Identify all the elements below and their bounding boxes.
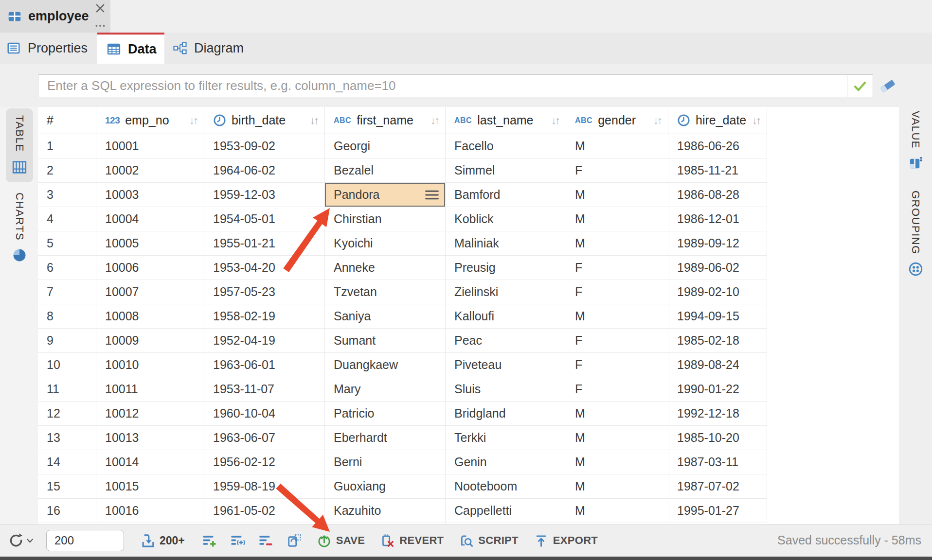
column-header-first_name[interactable]: ABCfirst_name↓↑	[325, 107, 446, 134]
row-number-cell[interactable]: 16	[38, 499, 96, 523]
row-number-cell[interactable]: 2	[38, 158, 96, 183]
table-cell-gender[interactable]: M	[566, 304, 668, 329]
sort-arrows-icon[interactable]: ↓↑	[653, 114, 661, 127]
close-icon[interactable]	[94, 2, 107, 15]
tab-data[interactable]: Data	[97, 33, 164, 64]
table-cell-hire_date[interactable]: 1985-02-18	[668, 329, 767, 353]
row-number-cell[interactable]: 9	[38, 329, 96, 353]
table-cell-gender[interactable]: F	[566, 329, 668, 353]
revert-button[interactable]: REVERT	[380, 534, 444, 548]
table-cell-birth_date[interactable]: 1953-04-20	[204, 256, 325, 280]
table-cell-emp_no[interactable]: 10010	[96, 353, 204, 377]
table-cell-birth_date[interactable]: 1961-05-02	[204, 499, 325, 523]
table-cell-last_name[interactable]: Bridgland	[446, 402, 566, 426]
column-header-rownum[interactable]: #	[38, 107, 96, 134]
row-number-cell[interactable]: 7	[38, 280, 96, 304]
tab-overflow-icon[interactable]	[94, 21, 107, 30]
row-number-cell[interactable]: 6	[38, 256, 96, 280]
table-cell-emp_no[interactable]: 10007	[96, 280, 204, 304]
rail-tab-table[interactable]: TABLE	[6, 108, 33, 182]
table-cell-hire_date[interactable]: 1992-12-18	[668, 402, 767, 426]
table-cell-last_name[interactable]: Piveteau	[446, 353, 566, 377]
table-cell-emp_no[interactable]: 10002	[96, 158, 204, 183]
table-cell-gender[interactable]: F	[566, 280, 668, 304]
row-number-cell[interactable]: 8	[38, 304, 96, 329]
rail-tab-value[interactable]: VALUE	[902, 111, 929, 170]
row-number-cell[interactable]: 4	[38, 207, 96, 231]
table-cell-birth_date[interactable]: 1960-10-04	[204, 402, 325, 426]
table-cell-last_name[interactable]: Peac	[446, 329, 566, 353]
sort-arrows-icon[interactable]: ↓↑	[189, 114, 197, 127]
table-cell-last_name[interactable]: Terkki	[446, 426, 566, 450]
duplicate-row-button[interactable]	[231, 533, 245, 548]
table-cell-first_name[interactable]: Duangkaew	[325, 353, 446, 377]
table-cell-hire_date[interactable]: 1989-02-10	[668, 280, 767, 304]
table-cell-gender[interactable]: F	[566, 353, 668, 377]
row-number-cell[interactable]: 1	[38, 134, 96, 158]
export-button[interactable]: EXPORT	[534, 534, 598, 548]
table-cell-birth_date[interactable]: 1953-09-02	[204, 134, 325, 158]
rail-tab-charts[interactable]: CHARTS	[6, 189, 33, 266]
sort-arrows-icon[interactable]: ↓↑	[752, 114, 760, 127]
row-number-cell[interactable]: 3	[38, 183, 96, 207]
save-button[interactable]: SAVE	[317, 534, 365, 548]
table-cell-gender[interactable]: M	[566, 499, 668, 523]
table-cell-hire_date[interactable]: 1995-01-27	[668, 499, 767, 523]
table-cell-last_name[interactable]: Facello	[446, 134, 566, 158]
table-cell-emp_no[interactable]: 10008	[96, 304, 204, 329]
table-cell-first_name[interactable]: Kazuhito	[325, 499, 446, 523]
row-number-cell[interactable]: 12	[38, 402, 96, 426]
table-cell-last_name[interactable]: Genin	[446, 450, 566, 474]
table-cell-hire_date[interactable]: 1986-06-26	[668, 134, 767, 158]
table-cell-birth_date[interactable]: 1955-01-21	[204, 231, 325, 256]
sort-arrows-icon[interactable]: ↓↑	[551, 114, 559, 127]
table-cell-gender[interactable]: M	[566, 231, 668, 256]
sort-arrows-icon[interactable]: ↓↑	[430, 114, 438, 127]
table-cell-emp_no[interactable]: 10012	[96, 402, 204, 426]
row-number-cell[interactable]: 11	[38, 377, 96, 402]
table-cell-birth_date[interactable]: 1956-02-12	[204, 450, 325, 474]
table-cell-gender[interactable]: M	[566, 426, 668, 450]
column-header-birth_date[interactable]: birth_date↓↑	[204, 107, 325, 134]
column-header-last_name[interactable]: ABClast_name↓↑	[446, 107, 566, 134]
table-cell-last_name[interactable]: Kalloufi	[446, 304, 566, 329]
table-cell-birth_date[interactable]: 1963-06-01	[204, 353, 325, 377]
row-number-cell[interactable]: 14	[38, 450, 96, 474]
sort-arrows-icon[interactable]: ↓↑	[310, 114, 318, 127]
table-cell-gender[interactable]: M	[566, 207, 668, 231]
fetch-next-page-button[interactable]: 200+	[141, 533, 185, 548]
table-cell-emp_no[interactable]: 10014	[96, 450, 204, 474]
table-cell-emp_no[interactable]: 10004	[96, 207, 204, 231]
table-cell-hire_date[interactable]: 1989-08-24	[668, 353, 767, 377]
table-cell-hire_date[interactable]: 1987-07-02	[668, 474, 767, 499]
table-cell-birth_date[interactable]: 1954-05-01	[204, 207, 325, 231]
table-cell-birth_date[interactable]: 1964-06-02	[204, 158, 325, 183]
table-cell-hire_date[interactable]: 1986-12-01	[668, 207, 767, 231]
table-cell-last_name[interactable]: Maliniak	[446, 231, 566, 256]
table-cell-gender[interactable]: F	[566, 158, 668, 183]
table-cell-hire_date[interactable]: 1986-08-28	[668, 183, 767, 207]
table-cell-hire_date[interactable]: 1994-09-15	[668, 304, 767, 329]
script-button[interactable]: SCRIPT	[459, 534, 518, 548]
edited-cell[interactable]: Pandora	[325, 183, 446, 207]
table-cell-first_name[interactable]: Mary	[325, 377, 446, 402]
table-cell-gender[interactable]: M	[566, 134, 668, 158]
table-cell-last_name[interactable]: Zielinski	[446, 280, 566, 304]
table-cell-first_name[interactable]: Georgi	[325, 134, 446, 158]
table-cell-first_name[interactable]: Saniya	[325, 304, 446, 329]
table-cell-first_name[interactable]: Sumant	[325, 329, 446, 353]
row-number-cell[interactable]: 15	[38, 474, 96, 499]
table-cell-last_name[interactable]: Preusig	[446, 256, 566, 280]
table-cell-emp_no[interactable]: 10005	[96, 231, 204, 256]
delete-row-button[interactable]	[259, 533, 273, 548]
table-cell-gender[interactable]: M	[566, 450, 668, 474]
table-cell-emp_no[interactable]: 10009	[96, 329, 204, 353]
table-cell-last_name[interactable]: Cappelletti	[446, 499, 566, 523]
table-cell-last_name[interactable]: Simmel	[446, 158, 566, 183]
table-cell-gender[interactable]: M	[566, 402, 668, 426]
table-cell-first_name[interactable]: Bezalel	[325, 158, 446, 183]
row-number-cell[interactable]: 10	[38, 353, 96, 377]
fetch-size-input[interactable]	[46, 530, 124, 551]
table-cell-birth_date[interactable]: 1958-02-19	[204, 304, 325, 329]
table-cell-last_name[interactable]: Bamford	[446, 183, 566, 207]
